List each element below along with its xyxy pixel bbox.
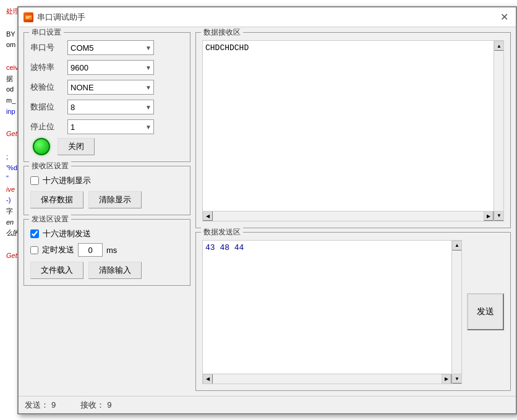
data-send-title: 数据发送区 — [201, 227, 243, 238]
send-count-value: 9 — [51, 400, 56, 409]
recv-scrollable: CHDCHDCHD ▲ ▼ ◀ ▶ — [202, 40, 504, 221]
send-settings-group: 发送区设置 十六进制发送 定时发送 0 ms 文件载入 清除输入 — [24, 219, 190, 286]
recv-count-value: 9 — [107, 400, 111, 409]
right-panel: 数据接收区 CHDCHDCHD ▲ ▼ ◀ — [195, 32, 511, 391]
title-bar: 串口调试助手 ✕ — [19, 7, 516, 27]
send-button[interactable]: 发送 — [467, 293, 504, 330]
recv-settings-content: 十六进制显示 保存数据 清除显示 — [30, 175, 184, 208]
clear-display-button[interactable]: 清除显示 — [88, 191, 142, 208]
timer-checkbox[interactable] — [30, 246, 38, 254]
data-recv-title: 数据接收区 — [201, 27, 243, 38]
timer-label: 定时发送 — [42, 244, 74, 255]
close-port-button[interactable]: 关闭 — [58, 138, 95, 155]
baud-label: 波特率 — [30, 62, 67, 73]
port-label: 串口号 — [30, 42, 67, 53]
data-recv-group: 数据接收区 CHDCHDCHD ▲ ▼ ◀ — [195, 32, 511, 228]
recv-scroll-left[interactable]: ◀ — [203, 211, 213, 221]
send-count-section: 发送： 9 — [25, 400, 56, 411]
svg-rect-0 — [25, 15, 32, 20]
send-data: 43 48 44 — [205, 243, 244, 252]
close-button[interactable]: ✕ — [497, 11, 511, 24]
hex-send-label: 十六进制发送 — [43, 228, 91, 239]
stopbits-select-wrapper[interactable]: 1 1.5 2 ▼ — [67, 119, 154, 134]
recv-area-wrapper: CHDCHDCHD ▲ ▼ ◀ ▶ — [202, 40, 504, 221]
send-button-area: 发送 — [467, 240, 504, 384]
send-scroll-down[interactable]: ▼ — [452, 374, 462, 384]
hex-display-label: 十六进制显示 — [43, 175, 91, 186]
send-area-wrapper: 43 48 44 ▲ ▼ ◀ ▶ — [202, 240, 462, 384]
main-content: 串口设置 串口号 COM1 COM2 COM3 COM4 COM5 COM6 — [19, 27, 516, 396]
title-bar-left: 串口调试助手 — [24, 12, 85, 23]
databits-select-wrapper[interactable]: 5 6 7 8 ▼ — [67, 100, 154, 114]
stopbits-label: 停止位 — [30, 121, 67, 132]
status-btn-row: 关闭 — [30, 138, 184, 155]
send-text-content[interactable]: 43 48 44 — [203, 241, 451, 374]
send-count-label: 发送： — [25, 400, 49, 411]
recv-text-content: CHDCHDCHD — [203, 41, 494, 211]
load-file-button[interactable]: 文件载入 — [30, 262, 83, 279]
recv-settings-group: 接收区设置 十六进制显示 保存数据 清除显示 — [24, 166, 190, 215]
serial-settings-group: 串口设置 串口号 COM1 COM2 COM3 COM4 COM5 COM6 — [24, 32, 190, 162]
send-area-row: 43 48 44 ▲ ▼ ◀ ▶ — [202, 240, 504, 384]
recv-scroll-down[interactable]: ▼ — [494, 211, 504, 221]
send-scroll-left[interactable]: ◀ — [203, 374, 213, 384]
parity-select[interactable]: NONE ODD EVEN — [67, 80, 154, 95]
send-scroll-up[interactable]: ▲ — [452, 241, 462, 251]
baud-select[interactable]: 1200 2400 4800 9600 19200 38400 115200 — [67, 60, 154, 75]
hex-send-row: 十六进制发送 — [30, 228, 184, 239]
timer-value-input[interactable]: 0 — [78, 243, 103, 257]
send-scroll-right[interactable]: ▶ — [442, 374, 451, 384]
status-bar: 发送： 9 接收： 9 — [19, 396, 516, 413]
dialog-window: 串口调试助手 ✕ 串口设置 串口号 COM1 COM2 COM3 COM4 — [17, 6, 517, 414]
dialog-title: 串口调试助手 — [37, 12, 85, 23]
recv-data: CHDCHDCHD — [205, 43, 249, 53]
parity-select-wrapper[interactable]: NONE ODD EVEN ▼ — [67, 80, 154, 95]
recv-btn-row: 保存数据 清除显示 — [30, 191, 184, 208]
recv-scroll-up[interactable]: ▲ — [494, 41, 504, 51]
port-select-wrapper[interactable]: COM1 COM2 COM3 COM4 COM5 COM6 ▼ — [67, 40, 154, 55]
databits-select[interactable]: 5 6 7 8 — [67, 100, 154, 114]
parity-label: 校验位 — [30, 82, 67, 93]
stopbits-select[interactable]: 1 1.5 2 — [67, 119, 154, 134]
app-icon — [24, 12, 33, 22]
serial-settings-title: 串口设置 — [29, 27, 64, 38]
send-settings-content: 十六进制发送 定时发送 0 ms 文件载入 清除输入 — [30, 228, 184, 279]
timer-row: 定时发送 0 ms — [30, 243, 184, 257]
timer-unit: ms — [106, 246, 117, 255]
recv-settings-title: 接收区设置 — [29, 161, 71, 171]
recv-scroll-right[interactable]: ▶ — [484, 211, 494, 221]
send-scrollbar-h[interactable]: ◀ ▶ — [203, 374, 451, 384]
left-panel: 串口设置 串口号 COM1 COM2 COM3 COM4 COM5 COM6 — [24, 32, 190, 391]
save-data-button[interactable]: 保存数据 — [30, 191, 83, 208]
recv-scrollbar-v[interactable]: ▲ ▼ — [494, 41, 503, 221]
data-send-group: 数据发送区 43 48 44 ▲ ▼ — [195, 232, 511, 391]
send-settings-btn-row: 文件载入 清除输入 — [30, 262, 184, 279]
clear-input-button[interactable]: 清除输入 — [88, 262, 142, 279]
recv-count-label: 接收： — [80, 400, 105, 411]
databits-label: 数据位 — [30, 101, 67, 113]
recv-scrollbar-h[interactable]: ◀ ▶ — [203, 211, 494, 221]
send-settings-title: 发送区设置 — [29, 214, 71, 225]
hex-display-checkbox[interactable] — [30, 176, 39, 185]
send-scrollable: 43 48 44 ▲ ▼ ◀ ▶ — [202, 240, 462, 384]
send-scrollbar-v[interactable]: ▲ ▼ — [451, 241, 461, 384]
recv-count-section: 接收： 9 — [80, 400, 111, 411]
status-led — [33, 138, 50, 155]
port-settings-grid: 串口号 COM1 COM2 COM3 COM4 COM5 COM6 ▼ — [30, 40, 184, 134]
hex-display-row: 十六进制显示 — [30, 175, 184, 186]
port-select[interactable]: COM1 COM2 COM3 COM4 COM5 COM6 — [67, 40, 154, 55]
baud-select-wrapper[interactable]: 1200 2400 4800 9600 19200 38400 115200 ▼ — [67, 60, 154, 75]
hex-send-checkbox[interactable] — [30, 229, 39, 238]
